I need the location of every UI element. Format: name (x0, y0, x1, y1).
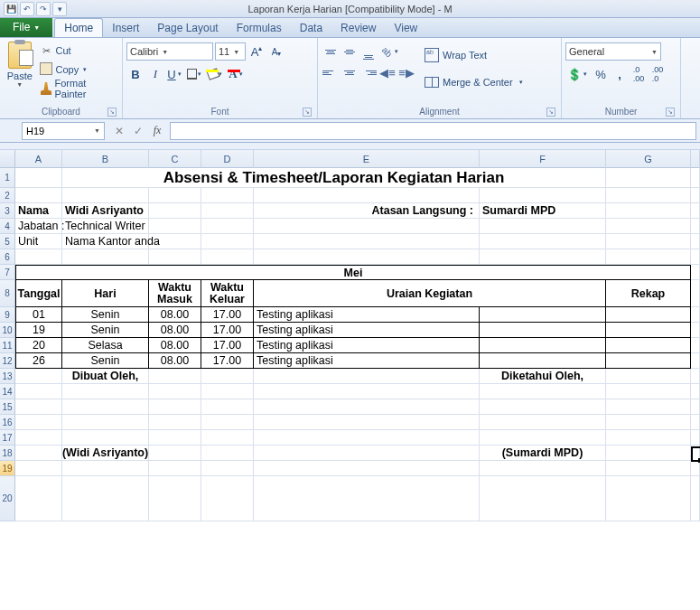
comma-button[interactable]: , (611, 65, 629, 83)
row-header[interactable]: 19 (0, 461, 15, 476)
row-header[interactable]: 18 (0, 446, 15, 461)
decrease-indent-button[interactable]: ◀≡ (378, 63, 397, 81)
row-header[interactable]: 14 (0, 384, 15, 399)
cell-grid[interactable]: A B C D E F G Absensi & Timesheet/Lapora… (15, 150, 700, 521)
qat-customize[interactable]: ▾ (52, 2, 67, 16)
format-painter-button[interactable]: Format Painter (38, 80, 118, 98)
col-header[interactable]: B (62, 150, 149, 168)
align-left-button[interactable] (322, 63, 340, 81)
cancel-formula-button[interactable]: ✕ (110, 122, 128, 140)
row-header[interactable]: 20 (0, 476, 15, 521)
align-middle-button[interactable] (341, 42, 359, 61)
tab-formulas[interactable]: Formulas (228, 19, 291, 37)
fx-button[interactable]: fx (148, 122, 166, 140)
row-header[interactable]: 4 (0, 219, 15, 234)
col-header[interactable]: F (480, 150, 606, 168)
row-header[interactable]: 15 (0, 399, 15, 415)
font-name-combo[interactable]: Calibri▼ (126, 42, 213, 61)
percent-button[interactable]: % (592, 65, 610, 83)
increase-indent-button[interactable]: ≡▶ (397, 63, 415, 81)
row-header[interactable]: 12 (0, 353, 15, 369)
tab-insert[interactable]: Insert (103, 19, 148, 37)
increase-decimal-button[interactable]: .0.00 (630, 65, 648, 83)
table-cell: Testing aplikasi (254, 307, 480, 323)
row-header[interactable]: 9 (0, 307, 15, 323)
quick-access-toolbar: 💾 ↶ ↷ ▾ (4, 2, 67, 16)
merge-center-button[interactable]: Merge & Center▾ (421, 70, 527, 95)
col-header[interactable] (691, 150, 700, 168)
row-header[interactable]: 10 (0, 323, 15, 338)
font-launcher[interactable]: ↘ (303, 108, 312, 117)
bold-button[interactable]: B (126, 65, 145, 83)
clipboard-launcher[interactable]: ↘ (107, 108, 117, 117)
orientation-icon: ab (380, 44, 395, 59)
col-header[interactable]: D (201, 150, 254, 168)
fill-color-button[interactable]: ▾ (206, 65, 224, 83)
grow-font-button[interactable]: A▴ (247, 42, 266, 61)
orientation-button[interactable]: ab▾ (378, 42, 404, 61)
tab-home[interactable]: Home (54, 18, 103, 37)
cut-button[interactable]: ✂Cut (38, 42, 118, 60)
scissors-icon: ✂ (41, 44, 53, 57)
table-cell: Testing aplikasi (254, 338, 480, 353)
enter-formula-button[interactable]: ✓ (129, 122, 147, 140)
tab-view[interactable]: View (385, 19, 426, 37)
name-box[interactable]: H19▼ (22, 122, 105, 140)
window-title: Laporan Kerja Harian [Compatibility Mode… (247, 4, 452, 14)
wrap-text-button[interactable]: Wrap Text (421, 42, 527, 68)
undo-button[interactable]: ↶ (20, 2, 34, 16)
paste-icon (8, 42, 32, 69)
table-cell: Selasa (62, 338, 149, 353)
number-launcher[interactable]: ↘ (666, 108, 675, 117)
col-header[interactable]: E (254, 150, 480, 168)
row-header[interactable]: 6 (0, 249, 15, 265)
file-tab[interactable]: File▼ (0, 17, 52, 37)
shrink-font-button[interactable]: A▾ (267, 42, 285, 61)
number-format-combo[interactable]: General▼ (565, 42, 661, 61)
row-header[interactable]: 2 (0, 188, 15, 203)
underline-button[interactable]: U▾ (166, 65, 184, 83)
copy-button[interactable]: Copy▾ (38, 61, 118, 79)
save-button[interactable]: 💾 (4, 2, 18, 16)
tab-data[interactable]: Data (291, 19, 331, 37)
row-header[interactable]: 7 (0, 265, 15, 280)
row-header[interactable]: 8 (0, 280, 15, 307)
select-all-corner[interactable] (0, 150, 15, 168)
accounting-format-button[interactable]: 💲▾ (565, 65, 591, 83)
paste-button[interactable]: Paste ▼ (4, 40, 36, 106)
sign-2: (Sumardi MPD) (480, 446, 606, 461)
label-diketahui: Diketahui Oleh, (480, 369, 606, 384)
align-top-button[interactable] (322, 42, 340, 61)
align-bottom-button[interactable] (359, 42, 378, 61)
col-header[interactable]: C (149, 150, 201, 168)
decrease-decimal-button[interactable]: .00.0 (649, 65, 667, 83)
tab-review[interactable]: Review (331, 19, 385, 37)
table-cell: 17.00 (201, 353, 254, 369)
alignment-launcher[interactable]: ↘ (546, 108, 555, 117)
worksheet: 1 2 3 4 5 6 7 8 9 10 11 12 13 14 15 16 1… (0, 150, 700, 521)
row-header[interactable]: 16 (0, 415, 15, 430)
row-header[interactable]: 11 (0, 338, 15, 353)
font-color-button[interactable]: A▾ (228, 65, 246, 83)
table-cell: 17.00 (201, 323, 254, 338)
indent-left-icon: ◀≡ (379, 66, 396, 80)
align-right-button[interactable] (359, 63, 378, 81)
col-header[interactable]: A (15, 150, 62, 168)
label-jabatan: Jabatan : (15, 219, 62, 234)
group-alignment: ab▾ ◀≡ ≡▶ Wrap Text Merge & Center▾ Alig… (318, 38, 562, 118)
font-size-combo[interactable]: 11▼ (215, 42, 246, 61)
align-center-button[interactable] (341, 63, 359, 81)
tab-page-layout[interactable]: Page Layout (148, 19, 227, 37)
col-header[interactable]: G (606, 150, 691, 168)
row-header[interactable]: 13 (0, 369, 15, 384)
redo-button[interactable]: ↷ (36, 2, 51, 16)
row-header[interactable]: 5 (0, 234, 15, 249)
row-header[interactable]: 17 (0, 430, 15, 446)
row-header[interactable]: 3 (0, 203, 15, 219)
row-headers: 1 2 3 4 5 6 7 8 9 10 11 12 13 14 15 16 1… (0, 150, 15, 521)
border-button[interactable]: ▾ (186, 65, 204, 83)
row-header[interactable]: 1 (0, 168, 15, 188)
formula-bar[interactable] (170, 122, 696, 140)
italic-button[interactable]: I (146, 65, 164, 83)
label-unit: Unit (15, 234, 62, 249)
